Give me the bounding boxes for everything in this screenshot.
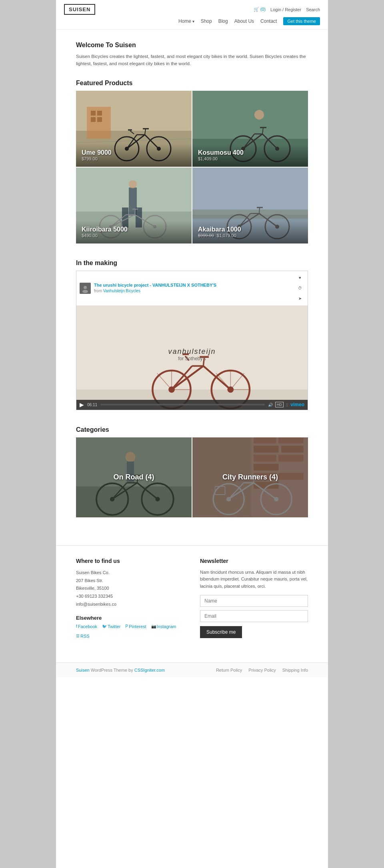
footer-findus-title: Where to find us [76, 558, 184, 564]
nav-home[interactable]: Home [178, 18, 194, 24]
product-name-kiiroibara: Kiiroibara 5000 [82, 226, 186, 233]
video-header: The urushi bicycle project - VANHULSTEIJ… [76, 271, 308, 306]
category-card-road[interactable]: On Road (4) [76, 437, 192, 517]
address-line1: Suisen Bikes Co. [76, 569, 184, 577]
cart-link[interactable]: 🛒 (0) [254, 7, 266, 12]
product-overlay-kosumosu: Kosumosu 400 $1,409.00 [192, 144, 308, 167]
featured-section: Featured Products [76, 80, 308, 243]
video-section: In the making The urushi bicycle project… [76, 259, 308, 410]
product-price-kosumosu: $1,409.00 [198, 156, 302, 161]
footer-col-newsletter: Newsletter Nam tincidunt rhoncus urna. A… [200, 558, 308, 639]
social-twitter[interactable]: 🐦 Twitter [102, 624, 120, 629]
product-card-ume[interactable]: Ume 9000 $799.00 [76, 91, 192, 167]
video-container: The urushi bicycle project - VANHULSTEIJ… [76, 271, 308, 410]
elsewhere-title: Elsewhere [76, 615, 184, 621]
video-section-title: In the making [76, 259, 308, 267]
category-overlay-city: City Runners (4) [192, 437, 308, 517]
product-card-akaibara[interactable]: Akaibara 1000 $999.00 $1,079.00 [192, 168, 308, 243]
categories-section: Categories [76, 426, 308, 517]
site-footer: Where to find us Suisen Bikes Co. 207 Bi… [56, 545, 328, 662]
category-label-city: City Runners (4) [222, 473, 278, 481]
product-card-kosumosu[interactable]: Kosumosu 400 $1,409.00 [192, 91, 308, 167]
category-card-city[interactable]: City Runners (4) [192, 437, 308, 517]
svg-point-65 [82, 290, 88, 293]
video-brand-main: vanhulsteijn [168, 347, 216, 356]
privacy-policy-link[interactable]: Privacy Policy [248, 668, 276, 672]
product-card-kiiroibara[interactable]: Kiiroibara 5000 $490.00 [76, 168, 192, 243]
video-channel-link[interactable]: Vanhulsteijn Bicycles [103, 289, 140, 293]
video-side-icons: ♥ ⏱ ➤ [296, 273, 304, 303]
newsletter-email-input[interactable] [200, 610, 308, 622]
suisen-link[interactable]: Suisen [76, 668, 90, 672]
svg-point-64 [84, 286, 87, 289]
video-right-controls: 🔊 HD :: vimeo [268, 402, 304, 407]
footer-address: Suisen Bikes Co. 207 Bikes Str. Bikesvil… [76, 569, 184, 609]
svg-line-48 [135, 209, 135, 215]
get-theme-button[interactable]: Get this theme [283, 17, 320, 25]
vimeo-logo: vimeo [290, 402, 304, 407]
categories-title: Categories [76, 426, 308, 433]
product-sale-price-akaibara: $1,079.00 [217, 233, 236, 238]
watch-later-icon[interactable]: ⏱ [296, 284, 304, 293]
video-title[interactable]: The urushi bicycle project - VANHULSTEIJ… [94, 283, 292, 287]
product-grid: Ume 9000 $799.00 [76, 91, 308, 243]
svg-rect-5 [91, 117, 96, 122]
header-utils: 🛒 (0) Login / Register Search [254, 7, 320, 12]
bottom-left-text: WordPress Theme by [91, 668, 134, 672]
return-policy-link[interactable]: Return Policy [216, 668, 242, 672]
hd-badge: HD [275, 402, 284, 407]
address-phone: +30 69123 332345 [76, 593, 184, 601]
video-brand-sub: for Sotheby's [168, 356, 216, 361]
address-line3: Bikesville, 35100 [76, 585, 184, 593]
nav-blog[interactable]: Blog [218, 18, 228, 24]
nav-contact[interactable]: Contact [260, 18, 277, 24]
product-overlay-akaibara: Akaibara 1000 $999.00 $1,079.00 [192, 220, 308, 243]
product-price-akaibara: $999.00 $1,079.00 [198, 233, 302, 238]
shipping-info-link[interactable]: Shipping Info [282, 668, 308, 672]
svg-rect-4 [97, 111, 102, 116]
like-icon[interactable]: ♥ [296, 273, 304, 282]
bottom-left: Suisen WordPress Theme by CSSIgniter.com [76, 668, 165, 672]
cssigniter-link[interactable]: CSSIgniter.com [134, 668, 165, 672]
social-instagram[interactable]: 📷 Instagram [151, 624, 176, 629]
social-rss[interactable]: ☰ RSS [76, 634, 90, 639]
newsletter-title: Newsletter [200, 558, 308, 564]
social-pinterest[interactable]: P Pinterest [126, 624, 146, 629]
instagram-icon: 📷 [151, 624, 156, 629]
main-content: Welcome To Suisen Suisen Bicycles create… [56, 30, 328, 545]
subscribe-button[interactable]: Subscribe me [200, 626, 242, 638]
video-from: from Vanhulsteijn Bicycles [94, 289, 140, 293]
svg-rect-6 [97, 117, 102, 122]
product-name-ume: Ume 9000 [82, 149, 186, 156]
product-overlay-kiiroibara: Kiiroibara 5000 $490.00 [76, 220, 192, 243]
social-facebook[interactable]: f Facebook [76, 624, 97, 629]
product-overlay-ume: Ume 9000 $799.00 [76, 144, 192, 167]
cart-icon: 🛒 [254, 7, 259, 12]
video-main: vanhulsteijn for Sotheby's [76, 306, 308, 410]
product-price-kiiroibara: $490.00 [82, 233, 186, 238]
progress-bar[interactable] [100, 404, 265, 405]
svg-line-62 [259, 208, 260, 214]
welcome-title: Welcome To Suisen [76, 42, 308, 49]
category-overlay-road: On Road (4) [76, 437, 192, 517]
welcome-text: Suisen Bicycles creates the lightest, fa… [76, 53, 308, 68]
newsletter-name-input[interactable] [200, 595, 308, 607]
nav-about[interactable]: About Us [234, 18, 254, 24]
svg-rect-3 [91, 111, 96, 116]
vimeo-separator: :: [286, 403, 288, 407]
video-meta: The urushi bicycle project - VANHULSTEIJ… [94, 283, 292, 294]
category-label-road: On Road (4) [114, 473, 154, 481]
facebook-icon: f [76, 624, 77, 629]
svg-point-36 [129, 180, 137, 188]
play-button[interactable]: ▶ [80, 401, 84, 408]
video-controls: ▶ 06:11 🔊 HD :: vimeo [76, 400, 308, 410]
footer-cols: Where to find us Suisen Bikes Co. 207 Bi… [76, 558, 308, 639]
video-duration: 06:11 [87, 403, 97, 407]
volume-icon[interactable]: 🔊 [268, 403, 273, 407]
search-link[interactable]: Search [306, 7, 320, 12]
header-top: SUISEN 🛒 (0) Login / Register Search [64, 4, 320, 15]
nav-shop[interactable]: Shop [201, 18, 212, 24]
share-icon[interactable]: ➤ [296, 294, 304, 303]
login-link[interactable]: Login / Register [270, 7, 301, 12]
logo[interactable]: SUISEN [64, 4, 95, 15]
